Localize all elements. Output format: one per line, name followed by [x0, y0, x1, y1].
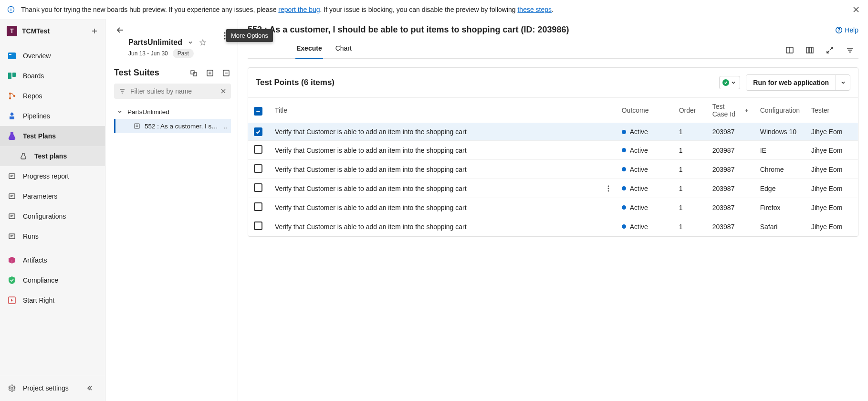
table-row[interactable]: Verify that Customer is able to add an i… [248, 160, 858, 179]
left-sidebar: T TCMTest OverviewBoardsReposPipelinesTe… [0, 19, 105, 401]
row-title[interactable]: Verify that Customer is able to add an i… [269, 198, 602, 217]
row-outcome: Active [622, 128, 668, 136]
run-split-button: Run for web application [746, 74, 850, 91]
report-bug-link[interactable]: report the bug [278, 6, 320, 13]
row-title[interactable]: Verify that Customer is able to add an i… [269, 141, 602, 160]
preview-banner: Thank you for trying the new boards hub … [0, 0, 868, 19]
table-row[interactable]: Verify that Customer is able to add an i… [248, 217, 858, 236]
project-settings-link[interactable]: Project settings [0, 378, 105, 398]
sidebar-item-compliance[interactable]: Compliance [0, 270, 105, 290]
svg-point-29 [224, 32, 225, 33]
col-order-header[interactable]: Order [679, 106, 696, 114]
filter-suites-input[interactable] [130, 87, 216, 95]
col-tester-header[interactable]: Tester [811, 106, 829, 114]
row-checkbox[interactable] [254, 183, 262, 192]
svg-point-61 [607, 185, 609, 187]
col-title-header[interactable]: Title [275, 106, 287, 114]
svg-point-11 [9, 93, 11, 95]
add-project-button[interactable] [91, 27, 98, 35]
row-caseid: 203987 [707, 141, 754, 160]
row-title[interactable]: Verify that Customer is able to add an i… [269, 123, 602, 141]
check-circle-icon [722, 79, 729, 86]
delete-suite-button[interactable] [221, 68, 231, 78]
sidebar-item-overview[interactable]: Overview [0, 46, 105, 66]
fullscreen-button[interactable] [825, 45, 835, 55]
artifacts-icon [7, 255, 17, 265]
project-header[interactable]: T TCMTest [0, 19, 105, 43]
run-options-dropdown[interactable] [836, 75, 850, 90]
tab-execute[interactable]: Execute [295, 42, 323, 59]
status-dot-icon [622, 148, 626, 152]
status-pill: Past [173, 49, 194, 58]
row-checkbox[interactable] [254, 145, 262, 154]
table-row[interactable]: Verify that Customer is able to add an i… [248, 198, 858, 217]
row-tester: Jihye Eom [805, 160, 858, 179]
outcome-filter-chip[interactable] [719, 76, 740, 89]
pipelines-icon [7, 111, 17, 121]
expand-suites-button[interactable] [189, 68, 199, 78]
test-plans-sub-icon [18, 151, 29, 161]
filter-toggle-button[interactable] [845, 45, 855, 55]
svg-rect-20 [9, 214, 15, 219]
sidebar-item-runs[interactable]: Runs [0, 226, 105, 246]
tree-root-node[interactable]: PartsUnlimited [114, 105, 231, 119]
sidebar-item-boards[interactable]: Boards [0, 66, 105, 86]
help-link[interactable]: Help [835, 26, 858, 34]
svg-rect-7 [8, 53, 16, 59]
table-row[interactable]: Verify that Customer is able to add an i… [248, 179, 858, 198]
sidebar-item-test-plans-sub[interactable]: Test plans [0, 146, 105, 166]
status-dot-icon [622, 205, 626, 210]
suite-icon [133, 122, 141, 130]
tree-suite-node[interactable]: 552 : As a customer, I shoul... .. [114, 119, 231, 133]
row-tester: Jihye Eom [805, 179, 858, 198]
sidebar-item-configurations[interactable]: Configurations [0, 206, 105, 226]
sidebar-item-label: Overview [23, 52, 98, 60]
back-button[interactable] [114, 24, 126, 36]
plan-dropdown-button[interactable] [186, 38, 195, 47]
row-title[interactable]: Verify that Customer is able to add an i… [269, 217, 602, 236]
favorite-button[interactable] [199, 38, 207, 47]
tab-chart[interactable]: Chart [335, 42, 353, 59]
collapse-sidebar-button[interactable] [84, 383, 94, 393]
sidebar-item-pipelines[interactable]: Pipelines [0, 106, 105, 126]
clear-filter-button[interactable] [220, 88, 226, 94]
row-checkbox[interactable] [254, 164, 262, 173]
svg-point-31 [224, 38, 225, 39]
view-split-button[interactable] [805, 45, 815, 55]
col-caseid-header[interactable]: Test Case Id [712, 103, 749, 118]
sidebar-item-test-plans[interactable]: Test Plans [0, 126, 105, 146]
sidebar-item-start-right[interactable]: Start Right [0, 290, 105, 310]
table-row[interactable]: Verify that Customer is able to add an i… [248, 141, 858, 160]
plan-title[interactable]: PartsUnlimited [128, 38, 182, 47]
sidebar-item-parameters[interactable]: Parameters [0, 186, 105, 206]
row-checkbox[interactable] [254, 127, 262, 136]
sidebar-item-artifacts[interactable]: Artifacts [0, 250, 105, 270]
sidebar-item-repos[interactable]: Repos [0, 86, 105, 106]
sidebar-item-label: Artifacts [23, 256, 98, 264]
sidebar-item-progress[interactable]: Progress report [0, 166, 105, 186]
row-title[interactable]: Verify that Customer is able to add an i… [269, 160, 602, 179]
project-name: TCMTest [22, 27, 50, 35]
select-all-checkbox[interactable] [254, 107, 262, 116]
row-title[interactable]: Verify that Customer is able to add an i… [269, 179, 602, 198]
svg-point-62 [607, 188, 609, 189]
col-outcome-header[interactable]: Outcome [622, 106, 649, 114]
layout-columns-button[interactable] [785, 45, 795, 55]
run-web-app-button[interactable]: Run for web application [746, 75, 836, 90]
svg-point-30 [224, 35, 225, 36]
row-checkbox[interactable] [254, 202, 262, 211]
svg-point-63 [607, 190, 609, 191]
row-outcome: Active [622, 204, 668, 211]
row-more-button[interactable] [607, 185, 610, 192]
row-caseid: 203987 [707, 198, 754, 217]
filter-suites-input-wrapper[interactable] [114, 84, 231, 99]
col-config-header[interactable]: Configuration [760, 106, 800, 114]
row-checkbox[interactable] [254, 222, 262, 230]
table-row[interactable]: Verify that Customer is able to add an i… [248, 123, 858, 141]
more-options-button[interactable]: More Options [220, 32, 229, 40]
close-banner-button[interactable] [851, 4, 861, 15]
test-plans-icon [7, 131, 17, 141]
add-suite-button[interactable] [205, 68, 215, 78]
disable-steps-link[interactable]: these steps [517, 6, 552, 13]
boards-icon [7, 71, 17, 81]
